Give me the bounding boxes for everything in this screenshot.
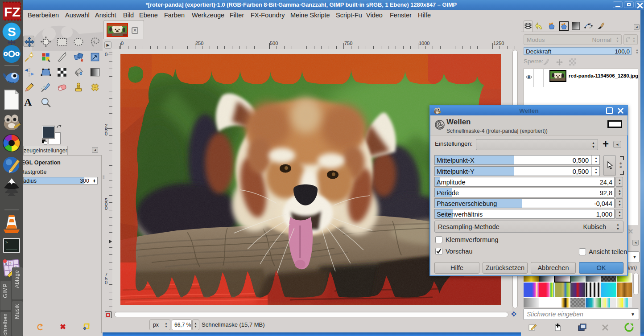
svg-text:FZ: FZ [4,4,21,19]
svg-text:P: P [589,22,591,25]
svg-text:S: S [8,25,16,39]
svg-text:P: P [590,26,591,29]
svg-text:>_: >_ [5,241,10,245]
